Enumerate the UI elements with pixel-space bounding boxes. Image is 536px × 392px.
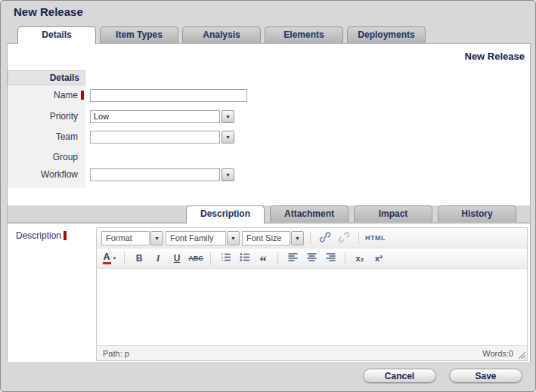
font-size-dropdown-value[interactable]: Font Size <box>242 231 290 245</box>
link-icon <box>319 231 331 245</box>
editor-word-count: Words:0 <box>482 349 513 358</box>
bullet-list-icon <box>239 252 250 265</box>
chevron-down-icon[interactable]: ▼ <box>222 168 234 181</box>
editor-status-bar: Path: p Words:0 <box>97 345 527 360</box>
align-left-icon <box>287 252 299 265</box>
superscript-button[interactable]: x² <box>370 251 387 266</box>
editor-toolbar-row2: A ▼ B I U ABC “ <box>97 248 527 269</box>
content-panel: New Release Details Name Priority Low ▼ … <box>7 43 531 362</box>
workflow-label: Workflow <box>8 169 80 180</box>
tab-description[interactable]: Description <box>186 205 265 224</box>
align-center-button[interactable] <box>303 251 320 266</box>
tab-item-types[interactable]: Item Types <box>100 26 178 43</box>
underline-button[interactable]: U <box>169 251 185 266</box>
tab-history[interactable]: History <box>438 205 516 222</box>
chevron-down-icon[interactable]: ▼ <box>291 231 304 245</box>
team-select[interactable]: ▼ <box>90 131 234 144</box>
align-center-icon <box>306 252 318 265</box>
main-tab-bar: Details Item Types Analysis Elements Dep… <box>17 26 426 44</box>
toolbar-separator <box>345 252 345 264</box>
content-heading: New Release <box>465 51 525 62</box>
ordered-list-button[interactable] <box>217 251 234 266</box>
editor-toolbar-row1: Format ▼ Font Family ▼ Font Size ▼ <box>97 228 527 248</box>
details-section-header: Details <box>8 70 85 85</box>
italic-button[interactable]: I <box>150 251 166 266</box>
format-dropdown[interactable]: Format ▼ <box>101 231 163 245</box>
tab-deployments[interactable]: Deployments <box>347 26 426 43</box>
format-dropdown-value[interactable]: Format <box>101 231 150 245</box>
field-row-team: Team ▼ <box>8 129 234 144</box>
numbered-list-icon <box>220 252 231 265</box>
rich-text-editor: Format ▼ Font Family ▼ Font Size ▼ <box>96 227 528 361</box>
group-label: Group <box>8 152 80 162</box>
font-color-button[interactable]: A ▼ <box>101 251 118 266</box>
font-family-dropdown-value[interactable]: Font Family <box>166 231 226 245</box>
priority-select[interactable]: Low ▼ <box>90 110 234 123</box>
name-input[interactable] <box>90 89 247 102</box>
editor-path-status: Path: p <box>103 349 129 358</box>
toolbar-separator <box>210 252 211 264</box>
chevron-down-icon[interactable]: ▼ <box>222 110 234 123</box>
priority-select-value[interactable]: Low <box>90 110 220 123</box>
resize-grip[interactable] <box>518 351 526 360</box>
chevron-down-icon: ▼ <box>113 256 117 261</box>
sub-tab-bar: Description Attachment Impact History <box>8 205 530 224</box>
remove-link-button[interactable] <box>336 230 352 245</box>
chevron-down-icon[interactable]: ▼ <box>150 231 163 245</box>
chevron-down-icon[interactable]: ▼ <box>222 131 234 144</box>
description-label: Description <box>16 230 63 241</box>
align-left-button[interactable] <box>284 251 301 266</box>
workflow-select[interactable]: ▼ <box>90 168 234 181</box>
insert-link-button[interactable] <box>317 230 333 245</box>
align-right-icon <box>325 252 336 265</box>
priority-label: Priority <box>8 111 80 122</box>
font-color-icon: A <box>103 252 111 264</box>
tab-details[interactable]: Details <box>17 26 96 44</box>
team-label: Team <box>8 131 80 142</box>
editor-content-area[interactable] <box>97 269 527 345</box>
description-field-label: Description <box>16 230 67 241</box>
team-select-value[interactable] <box>90 131 220 144</box>
toolbar-separator <box>310 232 311 244</box>
footer-action-bar: Cancel Save <box>1 360 535 391</box>
field-row-priority: Priority Low ▼ <box>8 109 234 124</box>
required-marker <box>81 91 84 100</box>
toolbar-separator <box>124 252 125 264</box>
subscript-button[interactable]: x₂ <box>352 251 368 266</box>
bold-button[interactable]: B <box>131 251 147 266</box>
workflow-select-value[interactable] <box>90 168 220 181</box>
chevron-down-icon[interactable]: ▼ <box>227 231 240 245</box>
toolbar-separator <box>277 252 278 264</box>
toolbar-separator <box>358 232 359 244</box>
font-family-dropdown[interactable]: Font Family ▼ <box>166 231 240 245</box>
unlink-icon <box>338 231 350 245</box>
strikethrough-button[interactable]: ABC <box>187 251 204 266</box>
field-row-name: Name <box>8 88 247 103</box>
align-right-button[interactable] <box>322 251 339 266</box>
tab-impact[interactable]: Impact <box>354 205 432 222</box>
tab-attachment[interactable]: Attachment <box>270 205 349 222</box>
page-title: New Release <box>14 5 83 18</box>
field-row-group: Group <box>8 150 80 165</box>
blockquote-button[interactable]: “ <box>255 251 271 266</box>
html-source-button[interactable]: HTML <box>365 234 386 242</box>
tab-elements[interactable]: Elements <box>265 26 343 43</box>
tab-analysis[interactable]: Analysis <box>182 26 261 43</box>
field-row-workflow: Workflow ▼ <box>8 167 234 182</box>
cancel-button[interactable]: Cancel <box>363 369 436 383</box>
required-marker <box>64 231 67 240</box>
bullet-list-button[interactable] <box>236 251 253 266</box>
new-release-window: New Release Details Item Types Analysis … <box>0 0 536 392</box>
save-button[interactable]: Save <box>449 369 522 383</box>
name-label: Name <box>8 90 80 100</box>
font-size-dropdown[interactable]: Font Size ▼ <box>242 231 304 245</box>
